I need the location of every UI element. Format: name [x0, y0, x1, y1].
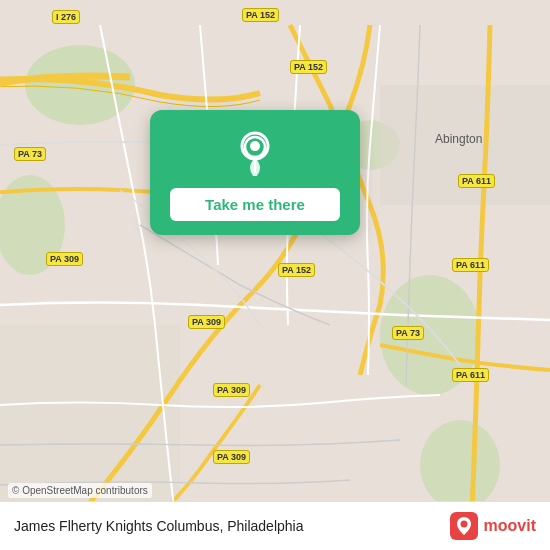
road-badge-pa611-2: PA 611 — [452, 258, 489, 272]
location-name: James Flherty Knights Columbus, Philadel… — [14, 518, 303, 534]
road-badge-pa309-3: PA 309 — [213, 383, 250, 397]
road-badge-pa309-2: PA 309 — [188, 315, 225, 329]
svg-point-4 — [420, 420, 500, 510]
road-badge-pa309-1: PA 309 — [46, 252, 83, 266]
road-badge-pa73-1: PA 73 — [14, 147, 46, 161]
road-badge-pa152-2: PA 152 — [290, 60, 327, 74]
location-pin-icon — [231, 128, 279, 176]
road-badge-pa309-4: PA 309 — [213, 450, 250, 464]
take-me-there-button[interactable]: Take me there — [170, 188, 340, 221]
road-badge-i276: I 276 — [52, 10, 80, 24]
map-container: Abington I 276 PA 152 PA 152 PA 73 PA 30… — [0, 0, 550, 550]
bottom-bar: James Flherty Knights Columbus, Philadel… — [0, 501, 550, 550]
moovit-logo: moovit — [450, 512, 536, 540]
svg-point-15 — [460, 521, 467, 528]
location-card: Take me there — [150, 110, 360, 235]
road-badge-pa152-1: PA 152 — [242, 8, 279, 22]
moovit-brand-icon — [450, 512, 478, 540]
road-badge-pa152-3: PA 152 — [278, 263, 315, 277]
moovit-brand-text: moovit — [484, 517, 536, 535]
svg-text:Abington: Abington — [435, 132, 482, 146]
road-badge-pa73-2: PA 73 — [392, 326, 424, 340]
svg-point-12 — [251, 143, 259, 151]
map-attribution: © OpenStreetMap contributors — [8, 483, 152, 498]
road-badge-pa611-1: PA 611 — [458, 174, 495, 188]
road-badge-pa611-3: PA 611 — [452, 368, 489, 382]
